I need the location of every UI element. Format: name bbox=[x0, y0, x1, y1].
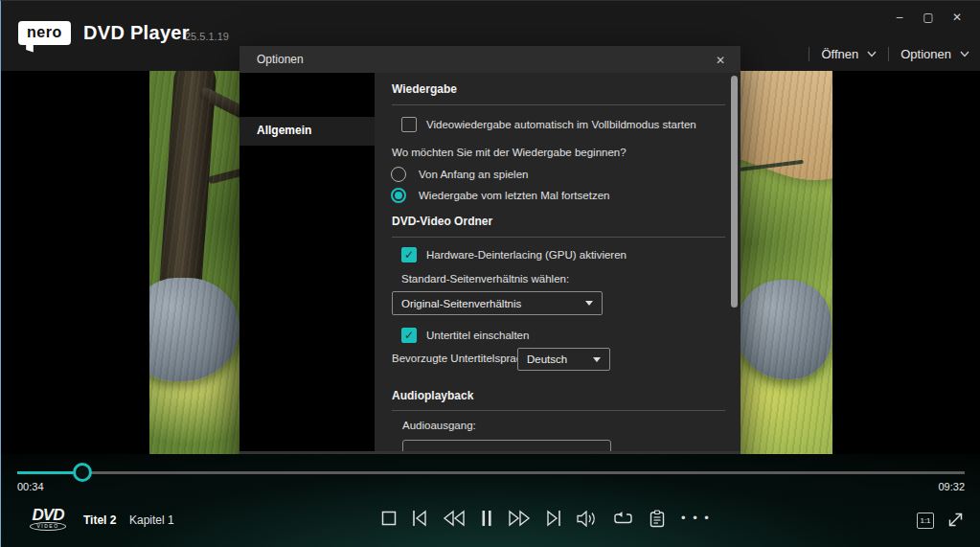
repeat-button[interactable] bbox=[613, 509, 633, 528]
window-controls: – ▢ ✕ bbox=[885, 7, 971, 28]
menu-separator bbox=[809, 47, 809, 61]
aspect-ratio-button[interactable]: 1:1 bbox=[917, 513, 934, 529]
video-rock bbox=[149, 278, 239, 381]
dialog-title: Optionen bbox=[257, 53, 304, 66]
fast-forward-icon bbox=[508, 510, 531, 527]
aspect-ratio-label: Standard-Seitenverhältnis wählen: bbox=[401, 273, 569, 285]
chevron-down-icon bbox=[960, 51, 969, 57]
pause-button[interactable] bbox=[481, 509, 492, 528]
nero-logo-tail bbox=[26, 42, 34, 53]
dialog-sidebar: Allgemein bbox=[239, 73, 375, 451]
sidebar-item-allgemein[interactable]: Allgemein bbox=[239, 117, 375, 146]
volume-icon bbox=[577, 511, 598, 527]
timeline-handle[interactable] bbox=[73, 463, 92, 482]
options-menu-label: Optionen bbox=[900, 47, 951, 61]
section-divider bbox=[392, 104, 725, 105]
subtitle-checkbox[interactable]: ✓ bbox=[401, 328, 417, 343]
fullscreen-button[interactable] bbox=[946, 510, 966, 534]
playlist-button[interactable] bbox=[649, 509, 666, 528]
deinterlace-checkbox-label: Hardware-Deinterlacing (GPU) aktivieren bbox=[426, 249, 627, 261]
timeline-track[interactable] bbox=[17, 471, 965, 474]
previous-chapter-button[interactable] bbox=[412, 509, 427, 528]
fullscreen-checkbox[interactable] bbox=[401, 117, 417, 132]
stop-icon bbox=[381, 511, 397, 526]
subtitle-language-dropdown[interactable]: Deutsch bbox=[517, 348, 610, 371]
sidebar-item-label: Allgemein bbox=[257, 124, 375, 137]
section-divider bbox=[392, 237, 725, 238]
chapter-label: Kapitel 1 bbox=[129, 513, 174, 527]
chevron-down-icon bbox=[867, 51, 877, 57]
section-heading-playback: Wiedergabe bbox=[392, 82, 457, 96]
playlist-icon bbox=[649, 510, 666, 528]
radio-resume[interactable] bbox=[391, 188, 406, 203]
dropdown-arrow-icon bbox=[593, 357, 601, 362]
app-version: 25.5.1.19 bbox=[185, 31, 229, 42]
dvd-logo-text: DVD bbox=[23, 508, 73, 522]
dialog-close-icon[interactable]: ✕ bbox=[712, 52, 729, 69]
stop-button[interactable] bbox=[381, 509, 397, 528]
repeat-icon bbox=[613, 511, 633, 526]
next-chapter-button[interactable] bbox=[546, 509, 561, 528]
dropdown-arrow-icon bbox=[585, 301, 593, 306]
rewind-button[interactable] bbox=[443, 509, 466, 528]
maximize-icon[interactable]: ▢ bbox=[914, 7, 943, 28]
fullscreen-checkbox-label: Videowiedergabe automatisch im Vollbildm… bbox=[426, 119, 696, 130]
radio-resume-label: Wiedergabe vom letzten Mal fortsetzen bbox=[419, 190, 609, 201]
close-icon[interactable]: ✕ bbox=[943, 7, 971, 28]
previous-icon bbox=[412, 510, 427, 527]
fullscreen-icon bbox=[946, 510, 966, 530]
radio-from-start[interactable] bbox=[391, 167, 406, 182]
audio-output-dropdown[interactable] bbox=[402, 440, 611, 451]
subtitle-checkbox-label: Untertitel einschalten bbox=[426, 330, 529, 341]
open-menu-label: Öffnen bbox=[821, 47, 858, 61]
title-label: Titel 2 bbox=[83, 513, 116, 527]
deinterlace-checkbox[interactable]: ✓ bbox=[401, 247, 417, 262]
video-rock bbox=[736, 280, 832, 379]
section-heading-audio: Audioplayback bbox=[392, 389, 473, 402]
options-menu-button[interactable]: Optionen bbox=[900, 47, 969, 61]
options-dialog: Optionen ✕ Allgemein Wiedergabe Videowie… bbox=[239, 46, 741, 501]
elapsed-time: 00:34 bbox=[17, 481, 44, 492]
top-menu: Öffnen Optionen bbox=[797, 44, 969, 63]
dialog-content: Wiedergabe Videowiedergabe automatisch i… bbox=[375, 73, 741, 451]
menu-separator bbox=[888, 47, 889, 61]
dialog-scrollbar[interactable] bbox=[731, 76, 738, 308]
dialog-title-bar: Optionen ✕ bbox=[239, 46, 741, 73]
app-window: nero DVD Player 25.5.1.19 – ▢ ✕ Öffnen O… bbox=[0, 0, 980, 547]
player-bar: 00:34 09:32 DVD VIDEO Titel 2 Kapitel 1 bbox=[1, 454, 980, 547]
aspect-ratio-dropdown[interactable]: Original-Seitenverhältnis bbox=[392, 291, 603, 315]
audio-output-label: Audioausgang: bbox=[402, 420, 476, 431]
aspect-ratio-value: Original-Seitenverhältnis bbox=[401, 298, 580, 309]
more-options-button[interactable]: • • • bbox=[681, 509, 711, 528]
start-question-label: Wo möchten Sie mit der Wiedergabe beginn… bbox=[392, 147, 627, 158]
pause-icon bbox=[481, 510, 492, 527]
open-menu-button[interactable]: Öffnen bbox=[821, 47, 877, 61]
next-icon bbox=[546, 510, 561, 527]
subtitle-language-label: Bevorzugte Untertitelsprache bbox=[392, 353, 534, 364]
minimize-icon[interactable]: – bbox=[885, 7, 914, 28]
video-log bbox=[158, 71, 217, 305]
radio-from-start-label: Von Anfang an spielen bbox=[419, 169, 528, 180]
total-time: 09:32 bbox=[938, 481, 965, 492]
app-title: DVD Player bbox=[83, 22, 190, 44]
rewind-icon bbox=[443, 510, 466, 527]
transport-controls: • • • bbox=[381, 509, 711, 528]
dvd-video-logo: DVD VIDEO bbox=[23, 508, 73, 531]
subtitle-language-value: Deutsch bbox=[527, 353, 587, 365]
volume-button[interactable] bbox=[577, 509, 598, 528]
section-heading-dvd-folder: DVD-Video Ordner bbox=[392, 215, 492, 228]
fast-forward-button[interactable] bbox=[508, 509, 531, 528]
section-divider bbox=[392, 410, 725, 411]
